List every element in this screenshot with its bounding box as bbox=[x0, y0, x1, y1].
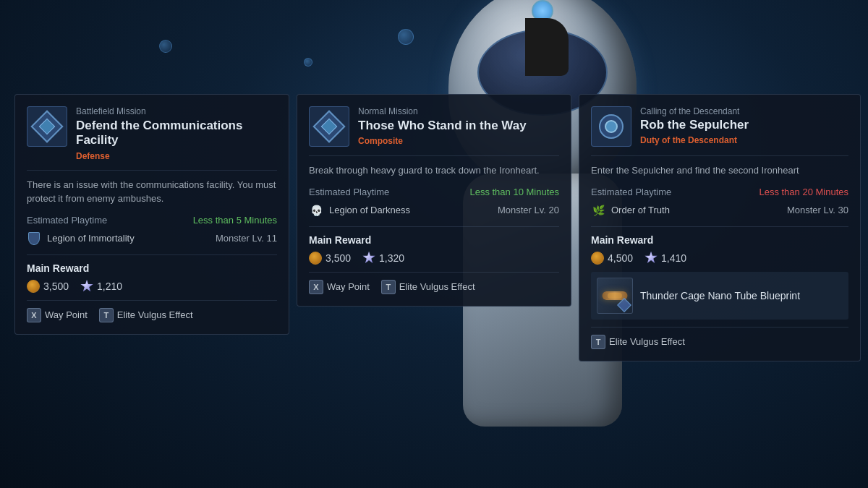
card1-crystals-value: 1,210 bbox=[97, 281, 122, 292]
card3-icon bbox=[591, 106, 631, 147]
card2-mission-name: Those Who Stand in the Way bbox=[358, 119, 559, 133]
card1-header-text: Battlefield Mission Defend the Communica… bbox=[76, 106, 277, 161]
card1-legion-left: Legion of Immortality bbox=[27, 231, 135, 246]
card3-mission-name: Rob the Sepulcher bbox=[640, 118, 848, 132]
card3-legion-icon: 🌿 bbox=[591, 203, 605, 218]
card1-gold: 3,500 bbox=[27, 280, 69, 293]
key-t: T bbox=[99, 308, 114, 322]
card1-reward-row: 3,500 1,210 bbox=[27, 280, 277, 293]
card3-gold-value: 4,500 bbox=[608, 252, 633, 264]
card2-description: Break through heavy guard to track down … bbox=[309, 163, 559, 178]
card1-description: There is an issue with the communication… bbox=[27, 178, 277, 206]
card2-icon bbox=[309, 106, 349, 147]
card3-divider-2 bbox=[591, 226, 848, 227]
card2-crystals: 1,320 bbox=[362, 252, 404, 265]
battlefield-icon bbox=[33, 113, 61, 140]
card3-legion-name: Order of Truth bbox=[611, 205, 670, 215]
shield-icon bbox=[28, 232, 40, 245]
card1-main-reward-label: Main Reward bbox=[27, 262, 277, 274]
card3-playtime-row: Estimated Playtime Less than 20 Minutes bbox=[591, 187, 848, 197]
card2-elite-label: Elite Vulgus Effect bbox=[399, 281, 475, 292]
card3-tag: Duty of the Descendant bbox=[640, 135, 848, 145]
card1-header: Battlefield Mission Defend the Communica… bbox=[27, 106, 277, 161]
card2-tag: Composite bbox=[358, 136, 559, 146]
skull-icon: 💀 bbox=[310, 205, 323, 216]
card1-playtime-row: Estimated Playtime Less than 5 Minutes bbox=[27, 215, 277, 226]
blueprint-name: Thunder Cage Nano Tube Blueprint bbox=[640, 290, 800, 301]
card1-tag: Defense bbox=[76, 151, 277, 161]
descendant-icon bbox=[597, 113, 625, 140]
card3-header: Calling of the Descendant Rob the Sepulc… bbox=[591, 106, 848, 147]
card1-legion-row: Legion of Immortality Monster Lv. 11 bbox=[27, 231, 277, 246]
card3-elite-label: Elite Vulgus Effect bbox=[609, 336, 685, 347]
mission-card-2: Normal Mission Those Who Stand in the Wa… bbox=[297, 94, 571, 307]
card2-divider bbox=[309, 155, 559, 156]
card2-gold: 3,500 bbox=[309, 252, 351, 265]
card2-header: Normal Mission Those Who Stand in the Wa… bbox=[309, 106, 559, 147]
card1-playtime-label: Estimated Playtime bbox=[27, 215, 107, 226]
card2-header-text: Normal Mission Those Who Stand in the Wa… bbox=[358, 106, 559, 146]
card2-elite-btn[interactable]: T Elite Vulgus Effect bbox=[381, 280, 475, 294]
card1-divider-3 bbox=[27, 300, 277, 301]
card3-crystals-value: 1,410 bbox=[661, 252, 686, 264]
card3-legion-left: 🌿 Order of Truth bbox=[591, 203, 670, 218]
card2-actions: X Way Point T Elite Vulgus Effect bbox=[309, 280, 559, 294]
mission-card-3: Calling of the Descendant Rob the Sepulc… bbox=[579, 94, 861, 361]
card2-legion-icon: 💀 bbox=[309, 203, 323, 218]
card2-playtime-value: Less than 10 Minutes bbox=[469, 187, 559, 197]
card1-mission-name: Defend the Communications Facility bbox=[76, 119, 277, 148]
blueprint-row: Thunder Cage Nano Tube Blueprint bbox=[591, 272, 848, 320]
card2-divider-3 bbox=[309, 272, 559, 273]
card3-actions: T Elite Vulgus Effect bbox=[591, 335, 848, 349]
card2-divider-2 bbox=[309, 226, 559, 227]
card1-divider-2 bbox=[27, 254, 277, 255]
key-x: X bbox=[27, 308, 41, 322]
star-icon-3 bbox=[644, 252, 658, 265]
blueprint-diamond bbox=[617, 298, 631, 312]
card1-mission-type: Battlefield Mission bbox=[76, 106, 277, 116]
card2-crystals-value: 1,320 bbox=[379, 252, 404, 264]
card2-main-reward-label: Main Reward bbox=[309, 234, 559, 246]
card1-waypoint-btn[interactable]: X Way Point bbox=[27, 308, 88, 322]
card2-legion-row: 💀 Legion of Darkness Monster Lv. 20 bbox=[309, 203, 559, 218]
key-x-2: X bbox=[309, 280, 323, 294]
card2-gold-value: 3,500 bbox=[326, 252, 351, 264]
card1-icon bbox=[27, 106, 67, 147]
card2-mission-type: Normal Mission bbox=[358, 106, 559, 116]
card3-description: Enter the Sepulcher and find the second … bbox=[591, 163, 848, 178]
card3-main-reward-label: Main Reward bbox=[591, 234, 848, 246]
card2-playtime-label: Estimated Playtime bbox=[309, 187, 389, 197]
card1-monster-level: Monster Lv. 11 bbox=[216, 233, 277, 244]
coin-icon bbox=[27, 280, 40, 293]
blueprint-image bbox=[597, 278, 633, 314]
card1-waypoint-label: Way Point bbox=[45, 309, 88, 320]
card3-crystals: 1,410 bbox=[644, 252, 686, 265]
card2-playtime-row: Estimated Playtime Less than 10 Minutes bbox=[309, 187, 559, 197]
key-t-3: T bbox=[591, 335, 605, 349]
card3-elite-btn[interactable]: T Elite Vulgus Effect bbox=[591, 335, 685, 349]
card2-legion-name: Legion of Darkness bbox=[329, 205, 410, 215]
coin-icon-3 bbox=[591, 252, 604, 265]
card1-divider bbox=[27, 170, 277, 171]
card2-waypoint-btn[interactable]: X Way Point bbox=[309, 280, 370, 294]
card1-playtime-value: Less than 5 Minutes bbox=[193, 215, 277, 226]
card1-crystals: 1,210 bbox=[80, 280, 122, 293]
card3-divider-3 bbox=[591, 327, 848, 328]
card3-gold: 4,500 bbox=[591, 252, 633, 265]
normal-mission-icon bbox=[315, 113, 343, 140]
card2-reward-row: 3,500 1,320 bbox=[309, 252, 559, 265]
card3-legion-row: 🌿 Order of Truth Monster Lv. 30 bbox=[591, 203, 848, 218]
card3-divider bbox=[591, 155, 848, 156]
order-icon: 🌿 bbox=[592, 205, 605, 216]
card1-elite-btn[interactable]: T Elite Vulgus Effect bbox=[99, 308, 193, 322]
key-t-2: T bbox=[381, 280, 396, 294]
card3-playtime-label: Estimated Playtime bbox=[591, 187, 671, 197]
card3-playtime-value: Less than 20 Minutes bbox=[759, 187, 848, 197]
card3-reward-row: 4,500 1,410 bbox=[591, 252, 848, 265]
card1-elite-label: Elite Vulgus Effect bbox=[117, 309, 193, 320]
card2-monster-level: Monster Lv. 20 bbox=[498, 205, 559, 215]
star-icon-2 bbox=[362, 252, 375, 265]
card2-legion-left: 💀 Legion of Darkness bbox=[309, 203, 410, 218]
card1-gold-value: 3,500 bbox=[43, 281, 69, 292]
card1-actions: X Way Point T Elite Vulgus Effect bbox=[27, 308, 277, 322]
